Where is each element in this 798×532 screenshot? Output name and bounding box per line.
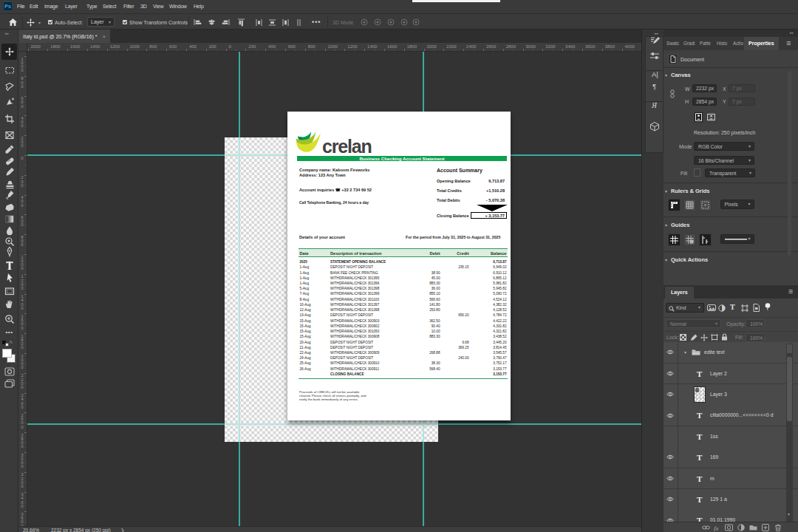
svg-text:A|: A| bbox=[652, 70, 658, 78]
svg-text:¶: ¶ bbox=[652, 82, 656, 90]
svg-text:Я: Я bbox=[651, 101, 658, 109]
svg-text:fx: fx bbox=[714, 525, 719, 532]
